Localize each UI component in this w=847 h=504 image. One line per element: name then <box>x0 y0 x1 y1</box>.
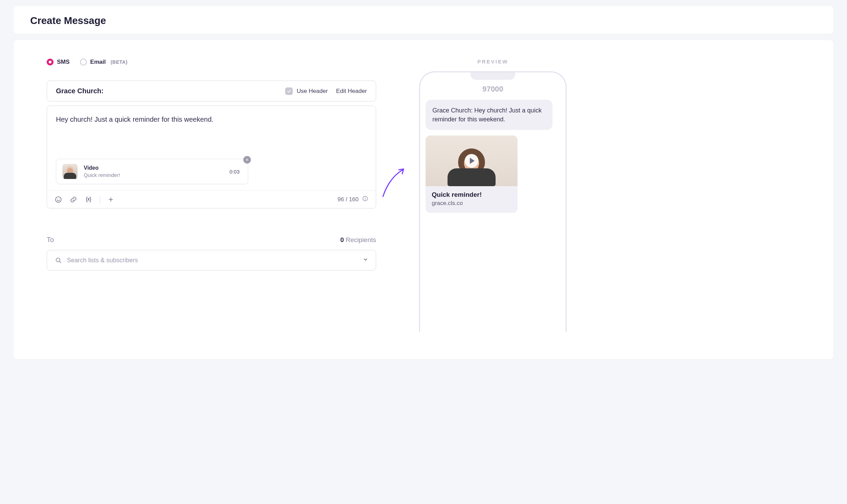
checkbox-checked-icon <box>285 87 293 95</box>
info-icon[interactable] <box>362 195 368 203</box>
link-icon[interactable] <box>70 196 77 203</box>
add-icon[interactable] <box>108 196 114 203</box>
preview-link-card: Quick reminder! grace.cls.co <box>426 135 518 213</box>
attachment-duration: 0:03 <box>230 169 240 175</box>
use-header-label: Use Header <box>297 88 328 95</box>
svg-point-0 <box>56 196 61 202</box>
merge-field-icon[interactable] <box>85 196 92 203</box>
attachment-card[interactable]: Video Quick reminder! 0:03 <box>56 159 248 184</box>
recipients-search-input[interactable] <box>67 257 358 264</box>
main-panel: SMS Email (BETA) Grace Church: Use Heade… <box>14 40 833 359</box>
preview-label: PREVIEW <box>407 59 579 64</box>
attachment-thumbnail <box>62 164 78 179</box>
emoji-icon[interactable] <box>55 196 62 203</box>
edit-header-link[interactable]: Edit Header <box>336 88 367 95</box>
svg-point-2 <box>59 199 60 199</box>
message-header-row: Grace Church: Use Header Edit Header <box>47 81 376 101</box>
attachment-remove-button[interactable] <box>243 156 251 164</box>
to-label: To <box>47 236 54 244</box>
use-header-toggle[interactable]: Use Header <box>285 87 328 95</box>
svg-point-1 <box>57 199 58 199</box>
channel-sms-label: SMS <box>57 59 70 65</box>
arrow-icon <box>380 165 408 201</box>
radio-unselected-icon <box>80 59 87 65</box>
channel-sms[interactable]: SMS <box>47 59 70 65</box>
recipients-search[interactable] <box>47 250 376 271</box>
phone-preview: 97000 Grace Church: Hey church! Just a q… <box>419 71 567 332</box>
header-name: Grace Church: <box>56 87 104 95</box>
phone-notch <box>471 72 515 80</box>
message-textarea[interactable] <box>47 106 376 157</box>
recipients-count-wrap: 0 Recipients <box>340 236 376 244</box>
preview-card-title: Quick reminder! <box>432 191 511 199</box>
svg-point-6 <box>56 258 60 262</box>
channel-selector: SMS Email (BETA) <box>47 59 376 65</box>
svg-point-5 <box>365 197 366 198</box>
beta-badge: (BETA) <box>111 59 127 65</box>
svg-point-3 <box>88 198 89 199</box>
preview-sender-number: 97000 <box>426 83 560 100</box>
attachment-caption: Quick reminder! <box>84 172 223 178</box>
toolbar-divider <box>100 196 100 203</box>
play-icon <box>465 154 478 168</box>
preview-card-link: grace.cls.co <box>432 200 511 207</box>
search-icon <box>55 256 62 264</box>
attachment-type-label: Video <box>84 165 223 171</box>
channel-email-label: Email <box>90 59 106 65</box>
preview-text-bubble: Grace Church: Hey church! Just a quick r… <box>426 100 553 130</box>
radio-selected-icon <box>47 59 54 65</box>
recipients-label: Recipients <box>346 236 376 243</box>
composer-toolbar: 96 / 160 <box>47 190 376 208</box>
recipients-section: To 0 Recipients <box>47 236 376 271</box>
page-title: Create Message <box>30 15 817 26</box>
page-header: Create Message <box>14 6 833 34</box>
message-composer: Video Quick reminder! 0:03 <box>47 106 376 208</box>
character-counter: 96 / 160 <box>338 196 359 203</box>
chevron-down-icon[interactable] <box>363 257 368 264</box>
channel-email[interactable]: Email (BETA) <box>80 59 128 65</box>
preview-video-thumb <box>426 135 518 186</box>
recipients-count: 0 <box>340 236 344 243</box>
